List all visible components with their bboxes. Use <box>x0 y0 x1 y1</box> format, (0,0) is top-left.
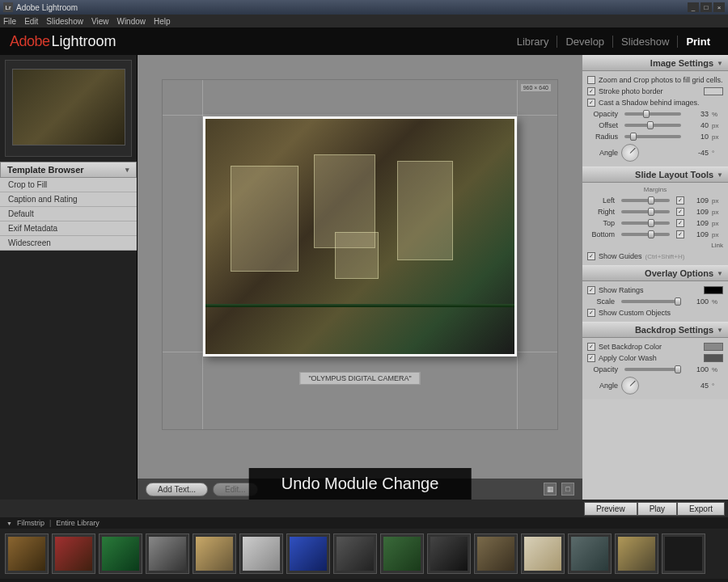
zoom-crop-checkbox[interactable] <box>587 76 595 84</box>
ratings-color-swatch[interactable] <box>704 286 723 294</box>
color-wash-checkbox[interactable]: ✓ <box>587 354 595 362</box>
menu-window[interactable]: Window <box>116 17 146 26</box>
chevron-down-icon: ▼ <box>717 270 723 277</box>
filmstrip-thumb[interactable] <box>380 534 424 574</box>
margin-left-checkbox[interactable]: ✓ <box>676 196 684 205</box>
filmstrip-thumb[interactable] <box>99 534 142 574</box>
margin-right-unit: px <box>712 209 723 216</box>
menu-help[interactable]: Help <box>154 17 171 26</box>
filmstrip-thumb[interactable] <box>427 534 471 574</box>
panel-toggle-icon: ▾ <box>125 166 129 174</box>
menu-view[interactable]: View <box>91 17 109 26</box>
margin-right-checkbox[interactable]: ✓ <box>676 208 684 216</box>
link-label[interactable]: Link <box>711 242 723 249</box>
chevron-down-icon: ▼ <box>6 521 12 526</box>
close-button[interactable]: × <box>713 2 725 12</box>
module-develop[interactable]: Develop <box>557 36 613 48</box>
canvas-area[interactable]: 960 × 640 "OLYMPUS DIGITAL CAMERA" <box>138 55 582 479</box>
add-text-button[interactable]: Add Text... <box>146 483 208 496</box>
template-item[interactable]: Caption and Rating <box>0 192 137 207</box>
margin-top-checkbox[interactable]: ✓ <box>676 219 684 227</box>
show-ratings-label: Show Ratings <box>599 286 700 294</box>
filmstrip-thumb[interactable] <box>521 534 565 574</box>
menu-bar: File Edit Slideshow View Window Help <box>0 15 728 27</box>
filmstrip-thumb[interactable] <box>52 534 95 574</box>
backdrop-angle-value: 45 <box>688 382 709 390</box>
navigator-preview[interactable] <box>5 60 132 157</box>
photo-caption[interactable]: "OLYMPUS DIGITAL CAMERA" <box>299 372 420 385</box>
color-wash-swatch[interactable] <box>704 354 723 362</box>
filmstrip-thumb[interactable] <box>662 534 705 574</box>
margin-left-slider[interactable] <box>621 199 670 202</box>
filmstrip-thumb[interactable] <box>146 534 189 574</box>
filmstrip-header[interactable]: ▼ Filmstrip | Entire Library <box>0 517 728 529</box>
angle-unit: ° <box>712 150 723 157</box>
angle-label: Angle <box>587 149 618 157</box>
maximize-button[interactable]: □ <box>700 2 712 12</box>
module-slideshow[interactable]: Slideshow <box>613 36 678 48</box>
menu-file[interactable]: File <box>3 17 16 26</box>
show-custom-checkbox[interactable]: ✓ <box>587 309 595 317</box>
backdrop-color-swatch[interactable] <box>704 343 723 351</box>
section-title: Overlay Options <box>645 268 713 278</box>
filmstrip-thumb[interactable] <box>5 534 49 574</box>
backdrop-opacity-slider[interactable] <box>624 368 681 371</box>
shadow-label: Cast a Shadow behind images. <box>599 99 723 107</box>
filmstrip-thumb[interactable] <box>615 534 658 574</box>
template-item[interactable]: Widescreen <box>0 236 137 251</box>
stroke-color-swatch[interactable] <box>704 87 723 95</box>
brand-lightroom: Lightroom <box>52 33 116 50</box>
offset-slider[interactable] <box>624 124 681 127</box>
section-title: Image Settings <box>650 58 713 68</box>
filmstrip-label: Filmstrip <box>17 519 44 527</box>
show-guides-label: Show Guides <box>599 252 642 260</box>
canvas-panel: 960 × 640 "OLYMPUS DIGITAL CAMERA" Add T… <box>138 55 582 500</box>
single-view-icon[interactable]: □ <box>561 483 574 496</box>
margin-left-label: Left <box>587 196 615 205</box>
angle-dial[interactable] <box>621 144 639 162</box>
image-settings-header[interactable]: Image Settings ▼ <box>582 55 728 71</box>
menu-slideshow[interactable]: Slideshow <box>46 17 83 26</box>
template-item[interactable]: Default <box>0 207 137 221</box>
template-item[interactable]: Crop to Fill <box>0 178 137 192</box>
play-button[interactable]: Play <box>637 502 677 516</box>
filmstrip-thumb[interactable] <box>474 534 518 574</box>
slide-layout-header[interactable]: Slide Layout Tools ▼ <box>582 167 728 183</box>
margin-top-slider[interactable] <box>621 221 670 225</box>
scale-slider[interactable] <box>621 300 681 303</box>
margin-right-slider[interactable] <box>621 210 670 213</box>
photo-cell[interactable] <box>203 116 517 356</box>
filmstrip-thumb[interactable] <box>286 534 330 574</box>
margin-bottom-slider[interactable] <box>621 233 670 236</box>
export-button[interactable]: Export <box>677 502 725 516</box>
filmstrip-thumb[interactable] <box>193 534 236 574</box>
overlay-options-header[interactable]: Overlay Options ▼ <box>582 265 728 281</box>
template-browser-header[interactable]: Template Browser ▾ <box>0 162 137 178</box>
minimize-button[interactable]: _ <box>688 2 699 12</box>
filmstrip-thumb[interactable] <box>568 534 612 574</box>
stroke-checkbox[interactable]: ✓ <box>587 87 595 95</box>
show-guides-checkbox[interactable]: ✓ <box>587 252 595 260</box>
section-title: Backdrop Settings <box>635 325 713 335</box>
radius-slider[interactable] <box>624 135 681 138</box>
backdrop-angle-dial[interactable] <box>621 377 639 394</box>
template-list: Crop to Fill Caption and Rating Default … <box>0 178 137 251</box>
filmstrip[interactable] <box>0 529 728 579</box>
module-print[interactable]: Print <box>678 36 718 48</box>
backdrop-color-checkbox[interactable]: ✓ <box>587 343 595 351</box>
show-ratings-checkbox[interactable]: ✓ <box>587 286 595 294</box>
filmstrip-thumb[interactable] <box>239 534 283 574</box>
margin-top-label: Top <box>587 219 615 227</box>
grid-view-icon[interactable]: ▦ <box>544 483 557 496</box>
filmstrip-thumb[interactable] <box>333 534 377 574</box>
template-item[interactable]: Exif Metadata <box>0 221 137 236</box>
preview-button[interactable]: Preview <box>584 502 637 516</box>
margin-bottom-checkbox[interactable]: ✓ <box>676 230 684 238</box>
scale-label: Scale <box>587 297 615 306</box>
menu-edit[interactable]: Edit <box>24 17 38 26</box>
backdrop-settings-header[interactable]: Backdrop Settings ▼ <box>582 322 728 338</box>
shadow-checkbox[interactable]: ✓ <box>587 99 595 107</box>
opacity-slider[interactable] <box>624 112 681 116</box>
module-library[interactable]: Library <box>509 36 558 48</box>
edit-button[interactable]: Edit... <box>213 483 258 496</box>
